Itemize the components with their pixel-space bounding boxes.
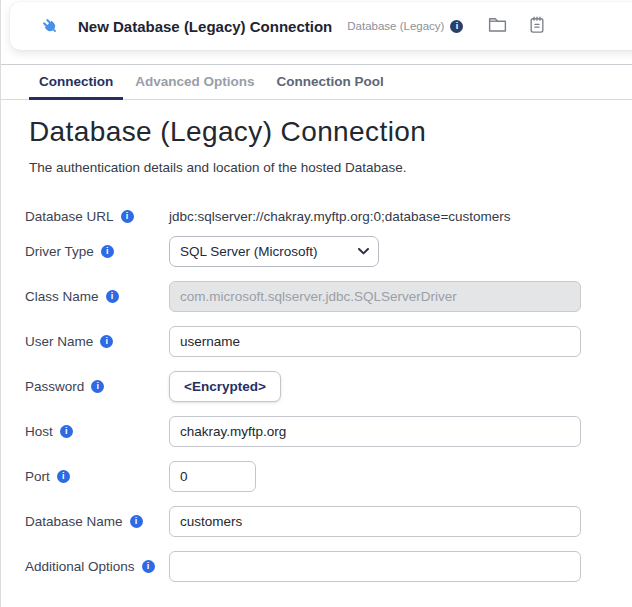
info-icon[interactable]: i	[60, 425, 73, 438]
database-name-input[interactable]	[169, 506, 581, 537]
tab-bar: Connection Advanced Options Connection P…	[1, 64, 632, 100]
field-label: Class Name	[25, 289, 99, 304]
info-icon[interactable]: i	[121, 210, 134, 223]
field-label: Database Name	[25, 514, 123, 529]
password-encrypted-button[interactable]: <Encrypted>	[169, 371, 281, 402]
window-title: New Database (Legacy) Connection	[78, 18, 332, 35]
notepad-button[interactable]	[527, 15, 547, 38]
info-icon[interactable]: i	[100, 335, 113, 348]
form-row-port: Port i	[25, 461, 604, 492]
field-label: Host	[25, 424, 53, 439]
notepad-icon	[527, 15, 547, 38]
page-title: Database (Legacy) Connection	[29, 114, 604, 150]
form-row-user-name: User Name i	[25, 326, 604, 357]
field-label: Password	[25, 379, 84, 394]
form-row-driver-type: Driver Type i SQL Server (Microsoft)	[25, 236, 604, 267]
info-icon[interactable]: i	[130, 515, 143, 528]
plug-icon	[40, 16, 60, 36]
form-row-host: Host i	[25, 416, 604, 447]
tab-connection-pool[interactable]: Connection Pool	[267, 65, 394, 100]
database-url-value: jdbc:sqlserver://chakray.myftp.org:0;dat…	[169, 209, 511, 224]
field-label: User Name	[25, 334, 93, 349]
header-card: New Database (Legacy) Connection Databas…	[10, 2, 632, 50]
info-icon[interactable]: i	[106, 290, 119, 303]
form-row-database-url: Database URL i jdbc:sqlserver://chakray.…	[25, 201, 604, 232]
main-content: Database (Legacy) Connection The authent…	[1, 100, 632, 607]
field-label: Driver Type	[25, 244, 94, 259]
folder-icon	[487, 14, 508, 38]
form-row-database-name: Database Name i	[25, 506, 604, 537]
info-icon[interactable]: i	[101, 245, 114, 258]
connection-type-label: Database (Legacy)	[347, 20, 444, 32]
info-icon[interactable]: i	[91, 380, 104, 393]
info-icon[interactable]: i	[142, 560, 155, 573]
port-input[interactable]	[169, 461, 256, 492]
folder-button[interactable]	[487, 14, 508, 38]
class-name-input	[169, 281, 581, 312]
driver-type-select[interactable]: SQL Server (Microsoft)	[169, 236, 379, 267]
form-row-class-name: Class Name i	[25, 281, 604, 312]
form-row-additional-options: Additional Options i	[25, 551, 604, 582]
field-label: Additional Options	[25, 559, 135, 574]
info-icon[interactable]: i	[450, 20, 463, 33]
field-label: Database URL	[25, 209, 114, 224]
form-row-password: Password i <Encrypted>	[25, 371, 604, 402]
host-input[interactable]	[169, 416, 581, 447]
tab-advanced-options[interactable]: Advanced Options	[125, 65, 264, 100]
tab-connection[interactable]: Connection	[29, 65, 123, 100]
user-name-input[interactable]	[169, 326, 581, 357]
connection-form: Database URL i jdbc:sqlserver://chakray.…	[25, 201, 604, 582]
info-icon[interactable]: i	[57, 470, 70, 483]
field-label: Port	[25, 469, 50, 484]
page-description: The authentication details and location …	[29, 160, 604, 175]
additional-options-input[interactable]	[169, 551, 581, 582]
